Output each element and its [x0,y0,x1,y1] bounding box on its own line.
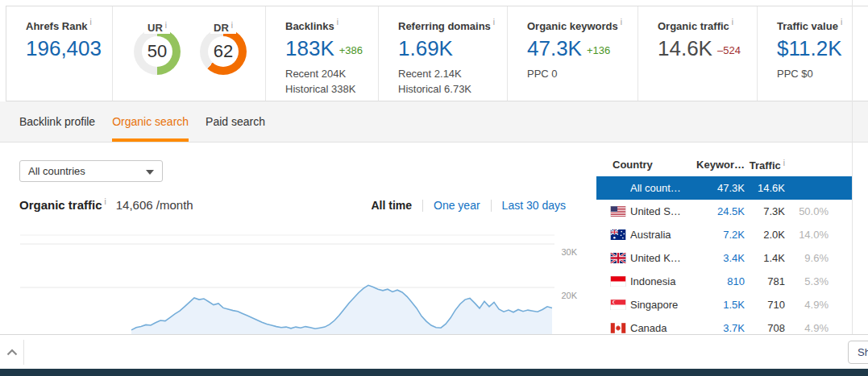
traffic-value-label-text: Traffic value [777,20,838,32]
keywords-count[interactable]: 24.5K [696,205,745,217]
metric-card-ahrefs-rank: Ahrefs Rank 196,403 [6,6,112,101]
range-divider [491,200,492,212]
ahrefs-rank-label: Ahrefs Rank [26,18,112,32]
traffic-count: 708 [745,322,785,334]
chart-title-row: Organic traffic 14,606 /month [19,197,193,212]
y-axis-tick-20k: 20K [555,291,577,300]
organic-keywords-value[interactable]: 47.3K+136 [527,36,638,61]
table-row-united-s[interactable]: United S…24.5K7.3K50.0% [596,200,852,223]
countries-table: Country Keywor… Traffic All count…47.3K1… [596,153,852,340]
header-traffic-text: Traffic [750,159,781,171]
table-row-all-count[interactable]: All count…47.3K14.6K [596,176,852,200]
keywords-count[interactable]: 3.4K [696,252,745,264]
organic-traffic-label-text: Organic traffic [658,20,729,32]
country-name: Australia [630,229,696,241]
chevron-up-icon [6,349,18,356]
show-button[interactable]: Sh [848,341,868,364]
traffic-count: 710 [745,299,785,311]
organic-traffic-label: Organic traffic [658,18,757,32]
table-row-australia[interactable]: Australia7.2K2.0K14.0% [596,223,852,246]
traffic-percent: 9.6% [785,252,829,264]
backlinks-sublines: Recent 204K Historical 338K [285,66,378,97]
traffic-percent: 14.0% [785,229,829,241]
header-traffic: Traffic [745,159,785,171]
country-name: All count… [630,182,696,194]
traffic-area-chart [20,233,554,334]
metrics-panel: Ahrefs Rank 196,403 UR 50 DR 62 Backlink… [6,6,868,101]
traffic-count: 14.6K [745,182,785,194]
backlinks-value-text[interactable]: 183K [285,36,334,60]
traffic-percent: 50.0% [785,205,829,217]
header-keywords: Keywor… [696,159,745,171]
flag-icon-ca [610,323,630,333]
country-name: United S… [630,205,696,217]
keywords-count[interactable]: 7.2K [696,229,745,241]
keywords-count[interactable]: 1.5K [696,299,745,311]
country-name: United K… [630,252,696,264]
keywords-count[interactable]: 3.7K [696,322,745,334]
referring-domains-value[interactable]: 1.69K [398,36,507,61]
expand-panel-button[interactable] [0,335,23,370]
table-row-indonesia[interactable]: Indonesia8107815.3% [596,270,852,293]
organic-search-panel: All countries Organic traffic 14,606 /mo… [0,143,852,334]
metric-card-ratings: UR 50 DR 62 [112,6,265,101]
country-name: Indonesia [630,275,696,287]
country-filter-value: All countries [28,165,85,177]
backlinks-value[interactable]: 183K+386 [285,36,378,61]
referring-domains-historical: Historical 6.73K [398,81,507,97]
organic-traffic-delta: –524 [717,44,741,56]
range-all-time[interactable]: All time [371,199,412,212]
organic-keywords-label-text: Organic keywords [527,20,618,32]
ur-label-text: UR [147,22,163,34]
flag-icon-sg [610,300,630,310]
backlinks-label-text: Backlinks [285,20,334,32]
organic-keywords-value-text[interactable]: 47.3K [527,36,582,60]
keywords-count[interactable]: 47.3K [696,182,745,194]
organic-keywords-ppc: PPC 0 [527,66,638,81]
country-filter-dropdown[interactable]: All countries [19,160,163,182]
range-last-30-days[interactable]: Last 30 days [502,199,566,212]
ur-gauge: UR 50 [134,28,181,75]
referring-domains-label-text: Referring domains [398,20,491,32]
tab-organic-search[interactable]: Organic search [112,101,189,142]
flag-icon-us [610,206,630,217]
ahrefs-rank-label-text: Ahrefs Rank [26,20,88,32]
flag-icon-au [610,229,630,240]
country-name: Canada [630,322,696,334]
backlinks-recent: Recent 204K [285,66,378,81]
countries-table-body: All count…47.3K14.6KUnited S…24.5K7.3K50… [596,176,852,340]
referring-domains-sublines: Recent 2.14K Historical 6.73K [398,66,507,97]
traffic-percent: 4.9% [785,299,829,311]
bottom-dark-bar [0,369,868,376]
referring-domains-recent: Recent 2.14K [398,66,507,81]
ahrefs-rank-value: 196,403 [26,36,112,61]
chart-title-text: Organic traffic [19,198,102,212]
tab-backlink-profile[interactable]: Backlink profile [19,101,95,142]
header-country: Country [613,159,696,171]
chart-monthly-value: 14,606 /month [116,198,193,212]
section-tabs: Backlink profileOrganic searchPaid searc… [0,101,868,143]
bottom-overlay-bar: Sh [0,334,868,369]
traffic-count: 7.3K [745,205,785,217]
tab-paid-search[interactable]: Paid search [206,101,265,142]
backlinks-delta: +386 [339,44,363,56]
right-edge-strip [852,0,868,334]
chart-title: Organic traffic [19,197,106,212]
footer-divider [23,340,24,365]
metric-card-organic-keywords: Organic keywords 47.3K+136 PPC 0 [507,6,638,101]
table-row-singapore[interactable]: Singapore1.5K7104.9% [596,293,852,316]
metric-card-referring-domains: Referring domains 1.69K Recent 2.14K His… [378,6,507,101]
backlinks-label: Backlinks [285,18,378,32]
traffic-count: 1.4K [745,252,785,264]
table-row-united-k[interactable]: United K…3.4K1.4K9.6% [596,246,852,270]
traffic-chart-svg [20,233,554,334]
referring-domains-label: Referring domains [398,18,507,32]
range-divider [422,200,423,212]
metric-card-backlinks: Backlinks 183K+386 Recent 204K Historica… [265,6,378,101]
organic-keywords-label: Organic keywords [527,18,638,32]
range-one-year[interactable]: One year [434,199,480,212]
traffic-percent: 4.9% [785,322,829,334]
ur-value: 50 [134,28,181,75]
keywords-count[interactable]: 810 [696,275,745,287]
traffic-count: 781 [745,275,785,287]
